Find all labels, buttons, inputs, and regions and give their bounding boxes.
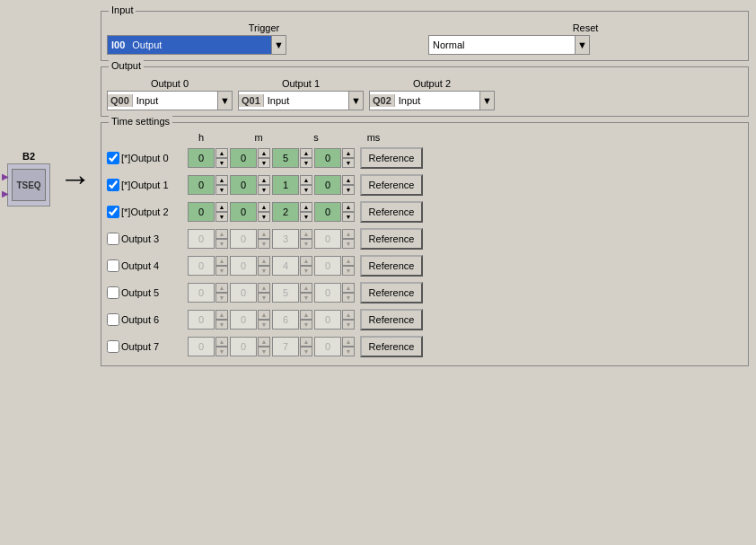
spinner-input-1-h[interactable]	[188, 175, 215, 195]
reference-button-1[interactable]: Reference	[360, 174, 423, 196]
spinner-group-1-m: ▲▼	[230, 175, 270, 195]
spinner-group-3-ms: ▲▼	[314, 229, 355, 249]
trigger-col: Trigger I00 Output ▼	[107, 22, 421, 55]
ms-header: ms	[351, 132, 396, 143]
spinner-buttons-4-s: ▲▼	[300, 256, 312, 276]
spinner-up-0-h[interactable]: ▲	[215, 148, 228, 158]
time-row-checkbox-6[interactable]	[107, 313, 119, 326]
spinner-input-2-m[interactable]	[230, 202, 257, 222]
time-row-checkbox-3[interactable]	[107, 233, 119, 245]
spinner-up-3-m: ▲	[258, 229, 270, 239]
spinner-down-0-s[interactable]: ▼	[300, 158, 312, 168]
time-row-checkbox-2[interactable]	[107, 206, 119, 218]
reference-button-5[interactable]: Reference	[360, 282, 423, 303]
spinner-buttons-3-h: ▲▼	[215, 229, 228, 249]
spinner-down-2-s[interactable]: ▼	[300, 212, 312, 222]
spinner-down-4-s: ▼	[300, 266, 312, 276]
spinner-up-6-h: ▲	[215, 310, 228, 320]
pin-arrow-1: ▶	[2, 171, 9, 181]
time-row-checkbox-1[interactable]	[107, 179, 119, 191]
spinner-input-2-ms[interactable]	[314, 202, 341, 222]
spinner-down-1-m[interactable]: ▼	[258, 185, 270, 195]
spinner-group-6-s: ▲▼	[272, 310, 312, 330]
spinner-down-2-h[interactable]: ▼	[215, 212, 228, 222]
spinner-buttons-3-ms: ▲▼	[342, 229, 355, 249]
reference-button-6[interactable]: Reference	[360, 309, 423, 330]
reference-button-3[interactable]: Reference	[360, 228, 423, 250]
reference-button-4[interactable]: Reference	[360, 255, 423, 277]
block-input-pin-2: ? ▶	[0, 189, 9, 198]
output-select-container-0[interactable]: Q00Input▼	[107, 91, 233, 110]
time-row-2: [*]Output 2▲▼▲▼▲▼▲▼Reference	[107, 198, 743, 225]
spinner-buttons-7-s: ▲▼	[300, 337, 312, 356]
spinner-input-6-m	[230, 310, 257, 330]
output-dropdown-btn-1[interactable]: ▼	[348, 92, 363, 110]
output-text-1: Input	[264, 94, 348, 107]
spinner-input-0-m[interactable]	[230, 148, 257, 168]
spinner-input-2-s[interactable]	[272, 202, 299, 222]
spinner-up-1-s[interactable]: ▲	[300, 175, 312, 185]
spinner-down-1-h[interactable]: ▼	[215, 185, 228, 195]
time-row-checkbox-4[interactable]	[107, 259, 119, 272]
spinner-down-0-ms[interactable]: ▼	[342, 158, 355, 168]
output-group-title: Output	[109, 60, 144, 71]
spinner-up-1-ms[interactable]: ▲	[342, 175, 355, 185]
time-row-7: Output 7▲▼▲▼▲▼▲▼Reference	[107, 333, 743, 360]
spinner-down-2-m[interactable]: ▼	[258, 212, 270, 222]
time-row-4: Output 4▲▼▲▼▲▼▲▼Reference	[107, 252, 743, 279]
time-row-checkbox-5[interactable]	[107, 286, 119, 299]
reset-dropdown-btn[interactable]: ▼	[575, 36, 589, 54]
spinner-up-1-m[interactable]: ▲	[258, 175, 270, 185]
spinner-input-1-s[interactable]	[272, 175, 299, 195]
spinner-up-7-ms: ▲	[342, 337, 355, 347]
block-body: ? ▶ ? ▶ TSEQ	[7, 163, 50, 207]
main-container: B2 ? ▶ ? ▶ TSEQ → Input	[0, 0, 756, 545]
spinner-up-2-s[interactable]: ▲	[300, 202, 312, 212]
spinner-buttons-4-ms: ▲▼	[342, 256, 355, 276]
spinner-buttons-2-h: ▲▼	[215, 202, 228, 222]
spinner-down-7-h: ▼	[215, 347, 228, 356]
spinner-group-1-ms: ▲▼	[314, 175, 355, 195]
spinner-down-0-m[interactable]: ▼	[258, 158, 270, 168]
trigger-select-container[interactable]: I00 Output ▼	[107, 35, 286, 55]
spinner-buttons-7-m: ▲▼	[258, 337, 270, 356]
reference-button-0[interactable]: Reference	[360, 147, 423, 169]
reset-select-container[interactable]: Normal ▼	[428, 35, 590, 55]
spinner-down-2-ms[interactable]: ▼	[342, 212, 355, 222]
spinner-input-7-ms	[314, 337, 341, 356]
spinner-up-2-m[interactable]: ▲	[258, 202, 270, 212]
spinner-down-1-ms[interactable]: ▼	[342, 185, 355, 195]
spinner-up-1-h[interactable]: ▲	[215, 175, 228, 185]
spinner-group-2-ms: ▲▼	[314, 202, 355, 222]
spinner-input-1-m[interactable]	[230, 175, 257, 195]
spinner-group-4-s: ▲▼	[272, 256, 312, 276]
spinner-input-0-ms[interactable]	[314, 148, 341, 168]
spinner-up-0-s[interactable]: ▲	[300, 148, 312, 158]
time-row-label-4: Output 4	[121, 260, 186, 271]
spinner-up-0-m[interactable]: ▲	[258, 148, 270, 158]
time-row-checkbox-0[interactable]	[107, 152, 119, 164]
spinner-group-3-m: ▲▼	[230, 229, 270, 249]
spinner-up-2-h[interactable]: ▲	[215, 202, 228, 212]
spinner-input-1-ms[interactable]	[314, 175, 341, 195]
spinner-down-6-h: ▼	[215, 320, 228, 330]
spinner-up-2-ms[interactable]: ▲	[342, 202, 355, 212]
spinner-up-4-s: ▲	[300, 256, 312, 266]
trigger-dropdown-btn[interactable]: ▼	[271, 36, 286, 54]
spinner-input-0-s[interactable]	[272, 148, 299, 168]
time-row-1: [*]Output 1▲▼▲▼▲▼▲▼Reference	[107, 171, 743, 198]
reference-button-7[interactable]: Reference	[360, 336, 423, 357]
output-dropdown-btn-0[interactable]: ▼	[217, 92, 232, 110]
h-header: h	[179, 132, 224, 143]
spinner-down-1-s[interactable]: ▼	[300, 185, 312, 195]
spinner-group-4-h: ▲▼	[188, 256, 228, 276]
spinner-input-0-h[interactable]	[188, 148, 215, 168]
spinner-up-0-ms[interactable]: ▲	[342, 148, 355, 158]
output-select-container-2[interactable]: Q02Input▼	[369, 91, 495, 110]
reference-button-2[interactable]: Reference	[360, 201, 423, 223]
output-dropdown-btn-2[interactable]: ▼	[479, 92, 494, 110]
output-select-container-1[interactable]: Q01Input▼	[238, 91, 364, 110]
time-row-checkbox-7[interactable]	[107, 340, 119, 353]
spinner-down-0-h[interactable]: ▼	[215, 158, 228, 168]
spinner-input-2-h[interactable]	[188, 202, 215, 222]
